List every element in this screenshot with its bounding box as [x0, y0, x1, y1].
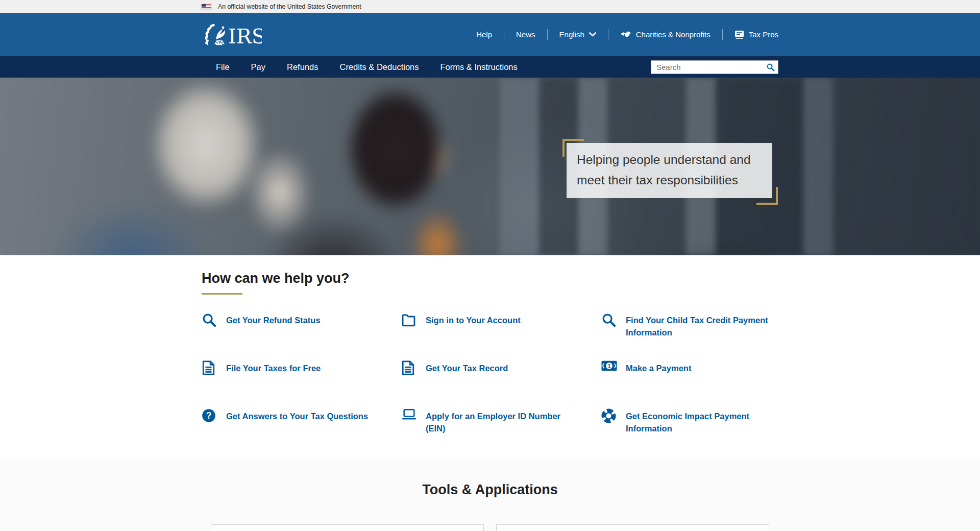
header-utility-nav: Help News English Charities & Nonprofits — [476, 29, 778, 40]
nav-item-file[interactable]: File — [202, 62, 240, 72]
link-child-tax-credit[interactable]: Find Your Child Tax Credit Payment Infor… — [601, 311, 778, 359]
question-circle-icon: ? — [202, 408, 217, 423]
search-submit-button[interactable] — [763, 61, 778, 74]
hero-headline: Helping people understand and meet their… — [577, 150, 762, 190]
hero-quote-box: Helping people understand and meet their… — [567, 143, 772, 198]
svg-text:1: 1 — [607, 363, 610, 369]
document-icon — [202, 360, 217, 375]
tool-card[interactable] — [496, 524, 769, 531]
divider — [504, 29, 504, 40]
link-apply-ein[interactable]: Apply for an Employer ID Number (EIN) — [401, 407, 601, 455]
folder-icon — [401, 312, 416, 327]
main-nav: File Pay Refunds Credits & Deductions Fo… — [0, 56, 980, 78]
nav-item-pay[interactable]: Pay — [240, 62, 276, 72]
nav-item-refunds[interactable]: Refunds — [276, 62, 329, 72]
nav-item-credits-deductions[interactable]: Credits & Deductions — [329, 62, 430, 72]
news-link[interactable]: News — [516, 30, 535, 39]
language-selector[interactable]: English — [559, 30, 596, 39]
search-icon — [202, 312, 217, 327]
document-icon — [401, 360, 416, 375]
charities-nonprofits-link[interactable]: Charities & Nonprofits — [620, 30, 710, 39]
gov-banner-text: An official website of the United States… — [218, 3, 361, 10]
tool-card[interactable] — [211, 524, 484, 531]
divider — [608, 29, 608, 40]
laptop-icon — [401, 408, 416, 421]
tools-section-title: Tools & Applications — [0, 482, 980, 498]
chevron-down-icon — [589, 32, 596, 37]
usa-gov-banner: An official website of the United States… — [0, 0, 980, 13]
help-links-grid: Get Your Refund Status Sign in to Your A… — [202, 311, 778, 455]
handshake-icon — [620, 30, 631, 39]
irs-wordmark: IRS — [228, 25, 262, 48]
nav-item-forms-instructions[interactable]: Forms & Instructions — [430, 62, 528, 72]
search-box — [651, 60, 778, 74]
divider — [547, 29, 548, 40]
link-tax-record[interactable]: Get Your Tax Record — [401, 359, 601, 407]
site-header: IRS Help News English Charities & Nonpro… — [0, 13, 980, 56]
hero-banner: Helping people understand and meet their… — [0, 78, 980, 255]
tools-cards-row — [0, 524, 980, 531]
search-icon — [601, 312, 617, 327]
gold-corner-bracket — [756, 187, 778, 205]
device-icon — [734, 30, 744, 39]
irs-logo[interactable]: IRS — [202, 21, 262, 48]
tax-pros-link[interactable]: Tax Pros — [734, 30, 778, 39]
link-economic-impact[interactable]: Get Economic Impact Payment Information — [601, 407, 778, 455]
divider — [722, 29, 723, 40]
search-input[interactable] — [651, 63, 763, 71]
help-section: How can we help you? Get Your Refund Sta… — [0, 255, 980, 460]
svg-text:?: ? — [206, 411, 212, 421]
search-icon — [766, 63, 775, 71]
link-tax-questions[interactable]: ? Get Answers to Your Tax Questions — [202, 407, 401, 455]
gold-underline — [202, 293, 242, 295]
life-ring-icon — [601, 408, 617, 423]
help-link[interactable]: Help — [476, 30, 492, 39]
us-flag-icon — [202, 4, 211, 9]
link-make-payment[interactable]: 1 Make a Payment — [601, 359, 778, 407]
irs-eagle-emblem: IRS — [202, 21, 262, 48]
link-file-free[interactable]: File Your Taxes for Free — [202, 359, 401, 407]
link-sign-in[interactable]: Sign in to Your Account — [401, 311, 601, 359]
dollar-bill-icon: 1 — [601, 360, 617, 371]
help-section-title: How can we help you? — [202, 271, 778, 286]
gold-corner-bracket — [562, 139, 584, 157]
link-refund-status[interactable]: Get Your Refund Status — [202, 311, 401, 359]
tools-section: Tools & Applications — [0, 460, 980, 531]
